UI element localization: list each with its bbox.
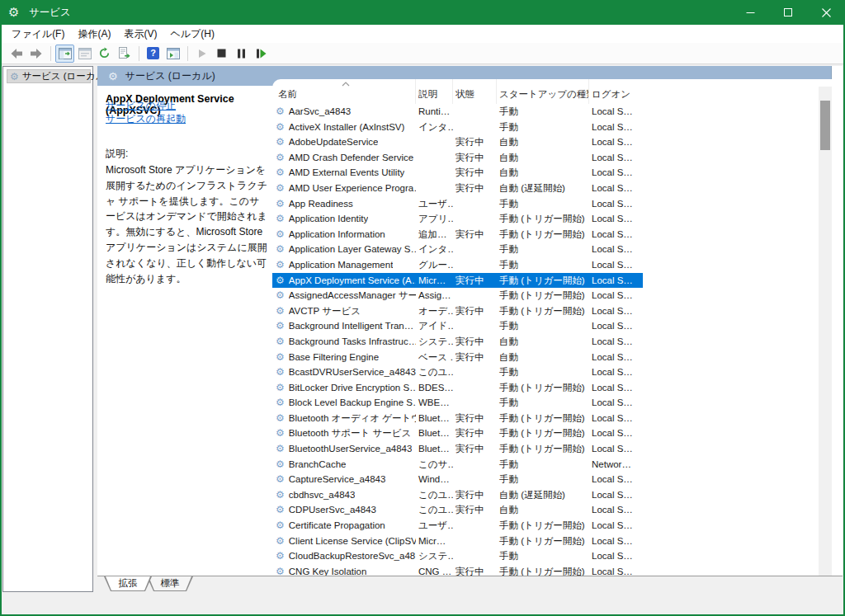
menu-view[interactable]: 表示(V)	[117, 25, 163, 44]
maximize-button[interactable]	[769, 0, 807, 25]
service-name-cell: ⚙AMD User Experience Progra…	[272, 181, 416, 196]
restart-service-button[interactable]	[252, 45, 271, 63]
service-row[interactable]: ⚙BranchCacheこのサ…手動Networ…	[272, 457, 643, 473]
service-gear-icon: ⚙	[276, 318, 285, 334]
service-gear-icon: ⚙	[276, 457, 285, 473]
service-gear-icon: ⚙	[276, 165, 285, 181]
toolbar-separator	[187, 46, 188, 61]
service-row[interactable]: ⚙AVCTP サービスオーデ…実行中手動 (トリガー開始)Local S…	[272, 303, 643, 319]
restart-service-link[interactable]: サービスの再起動	[106, 112, 186, 126]
service-row[interactable]: ⚙Application Information追加…実行中手動 (トリガー開始…	[272, 227, 643, 242]
tab-standard[interactable]: 標準	[147, 576, 193, 591]
service-startup-type-cell: 手動	[497, 548, 589, 564]
service-list-panel: 名前 説明 状態 スタートアップの種類 ログオン ⚙AarSvc_a4843Ru…	[272, 79, 832, 577]
service-logon-cell: Local S…	[589, 273, 643, 289]
service-name-cell: ⚙Background Intelligent Tran…	[272, 318, 416, 334]
service-row[interactable]: ⚙Block Level Backup Engine S…WBE…手動Local…	[272, 395, 643, 411]
stop-service-button[interactable]	[212, 45, 231, 63]
service-name-cell: ⚙CloudBackupRestoreSvc_a48…	[272, 548, 416, 564]
service-name: App Readiness	[289, 196, 353, 212]
service-name-cell: ⚙BranchCache	[272, 457, 416, 473]
service-startup-type-cell: 手動	[497, 472, 589, 487]
forward-button[interactable]	[26, 45, 45, 63]
service-row[interactable]: ⚙ActiveX Installer (AxInstSV)インタ…手動Local…	[272, 120, 643, 135]
service-name: BcastDVRUserService_a4843	[289, 364, 416, 380]
refresh-button[interactable]	[95, 45, 114, 63]
service-row[interactable]: ⚙Bluetooth オーディオ ゲートウェイ…Bluet…実行中手動 (トリガ…	[272, 411, 643, 426]
tab-extended[interactable]: 拡張	[104, 576, 152, 591]
service-logon-cell: Local S…	[589, 165, 643, 181]
help-button[interactable]: ?	[144, 45, 163, 63]
service-row[interactable]: ⚙AdobeUpdateService実行中自動Local S…	[272, 134, 643, 150]
service-row[interactable]: ⚙CDPUserSvc_a4843このユ…実行中自動Local S…	[272, 502, 643, 518]
menu-action[interactable]: 操作(A)	[71, 25, 117, 44]
service-logon-cell: Local S…	[589, 350, 643, 365]
service-row[interactable]: ⚙AMD External Events Utility実行中自動Local S…	[272, 165, 643, 181]
service-row[interactable]: ⚙Bluetooth サポート サービスBluet…実行中手動 (トリガー開始)…	[272, 426, 643, 441]
column-header-description[interactable]: 説明	[416, 79, 453, 104]
pause-service-button[interactable]	[232, 45, 251, 63]
service-status-cell: 実行中	[453, 150, 497, 166]
toolbar-separator	[139, 46, 139, 61]
service-row[interactable]: ⚙AppX Deployment Service (A…Micr…実行中手動 (…	[272, 273, 643, 289]
start-service-button[interactable]	[192, 45, 211, 63]
service-row[interactable]: ⚙AMD Crash Defender Service実行中自動Local S…	[272, 150, 643, 166]
stop-service-link[interactable]: サービスの停止	[106, 99, 176, 113]
service-status-cell	[453, 288, 497, 303]
service-row[interactable]: ⚙cbdhsvc_a4843このユ…実行中自動 (遅延開始)Local S…	[272, 487, 643, 503]
scrollbar-thumb[interactable]	[820, 101, 830, 150]
services-gear-icon: ⚙	[10, 71, 19, 82]
service-gear-icon: ⚙	[276, 211, 285, 227]
service-row[interactable]: ⚙CloudBackupRestoreSvc_a48…システ…手動Local S…	[272, 548, 643, 564]
service-description-cell: アプリ…	[416, 211, 453, 227]
show-console-tree-button[interactable]	[55, 45, 74, 63]
close-button[interactable]	[807, 0, 845, 25]
service-row[interactable]: ⚙Application Managementグルー…手動Local S…	[272, 257, 643, 273]
service-row[interactable]: ⚙AMD User Experience Progra…実行中自動 (遅延開始)…	[272, 181, 643, 196]
column-header-name[interactable]: 名前	[272, 79, 416, 104]
service-row[interactable]: ⚙BitLocker Drive Encryption S…BDES…手動 (ト…	[272, 380, 643, 396]
tree-item-services-local[interactable]: ⚙ サービス (ローカル)	[7, 69, 91, 83]
service-row[interactable]: ⚙Application Layer Gateway S…インタ…手動Local…	[272, 242, 643, 257]
service-row[interactable]: ⚙Background Intelligent Tran…アイド…手動Local…	[272, 318, 643, 334]
menu-help[interactable]: ヘルプ(H)	[163, 25, 221, 44]
service-row[interactable]: ⚙App Readinessユーザ…手動Local S…	[272, 196, 643, 212]
back-button[interactable]	[7, 45, 26, 63]
service-row[interactable]: ⚙BluetoothUserService_a4843Bluet…実行中手動 (…	[272, 441, 643, 457]
service-row[interactable]: ⚙Certificate Propagationユーザ…手動 (トリガー開始)L…	[272, 518, 643, 534]
export-list-button[interactable]	[115, 45, 134, 63]
menu-file[interactable]: ファイル(F)	[5, 25, 71, 44]
service-name: CaptureService_a4843	[289, 472, 386, 487]
service-logon-cell: Local S…	[589, 120, 643, 135]
column-header-status[interactable]: 状態	[453, 79, 497, 104]
service-status-cell	[453, 380, 497, 396]
service-name: BluetoothUserService_a4843	[289, 441, 413, 457]
service-name-cell: ⚙cbdhsvc_a4843	[272, 487, 416, 503]
service-name: Bluetooth オーディオ ゲートウェイ…	[289, 411, 416, 426]
service-startup-type-cell: 手動	[497, 120, 589, 135]
service-gear-icon: ⚙	[276, 411, 285, 426]
service-row[interactable]: ⚙Client License Service (ClipSV…Micr…手動 …	[272, 534, 643, 549]
service-row[interactable]: ⚙Background Tasks Infrastruc…システ…実行中自動Lo…	[272, 334, 643, 350]
service-row[interactable]: ⚙BcastDVRUserService_a4843このユ…手動Local S…	[272, 364, 643, 380]
service-logon-cell: Local S…	[589, 364, 643, 380]
column-header-logon[interactable]: ログオン	[589, 79, 643, 104]
properties-button[interactable]	[75, 45, 94, 63]
service-row[interactable]: ⚙AssignedAccessManager サー…Assig…手動 (トリガー…	[272, 288, 643, 303]
minimize-button[interactable]	[731, 0, 769, 25]
service-name-cell: ⚙AVCTP サービス	[272, 303, 416, 319]
show-action-pane-button[interactable]	[163, 45, 182, 63]
service-description-cell	[416, 134, 453, 150]
service-row[interactable]: ⚙Base Filtering Engineベース …実行中自動Local S…	[272, 350, 643, 365]
service-row[interactable]: ⚙CaptureService_a4843Wind…手動Local S…	[272, 472, 643, 487]
service-row[interactable]: ⚙AarSvc_a4843Runti…手動Local S…	[272, 104, 643, 120]
service-logon-cell: Local S…	[589, 104, 643, 120]
service-startup-type-cell: 手動	[497, 104, 589, 120]
service-gear-icon: ⚙	[276, 273, 285, 289]
vertical-scrollbar[interactable]	[819, 87, 832, 577]
service-startup-type-cell: 手動 (トリガー開始)	[497, 411, 589, 426]
service-row[interactable]: ⚙Application Identityアプリ…手動 (トリガー開始)Loca…	[272, 211, 643, 227]
console-tree-icon	[59, 48, 72, 59]
service-gear-icon: ⚙	[276, 441, 285, 457]
column-header-startup-type[interactable]: スタートアップの種類	[497, 79, 589, 104]
